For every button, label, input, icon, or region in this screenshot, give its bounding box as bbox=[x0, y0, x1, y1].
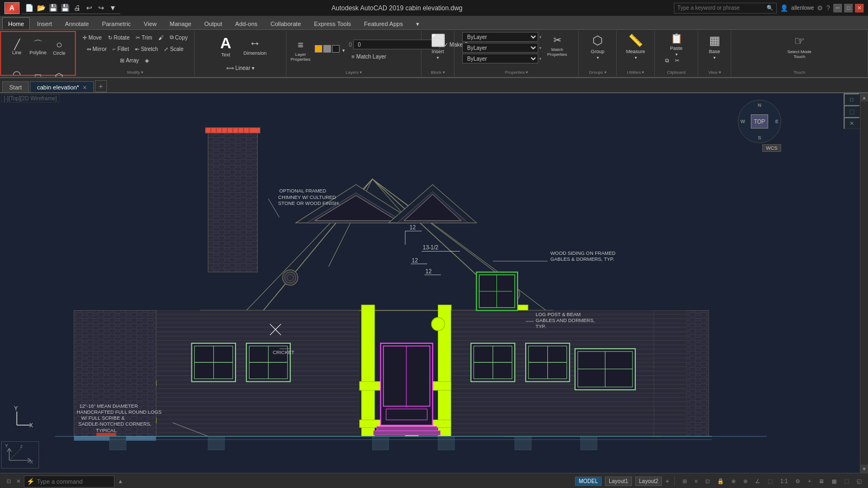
save-button[interactable]: 💾 bbox=[48, 3, 59, 12]
copy-clipboard-button[interactable]: ⧉ bbox=[662, 55, 672, 66]
paste-button[interactable]: 📋 Paste ▾ bbox=[662, 35, 691, 55]
tab-more[interactable]: ▾ bbox=[410, 17, 425, 29]
tab-manage[interactable]: Manage bbox=[164, 17, 197, 29]
layer-properties-button[interactable]: ≡ LayerProperties bbox=[289, 37, 312, 64]
tab-collaborate[interactable]: Collaborate bbox=[265, 17, 307, 29]
tab-addons[interactable]: Add-ons bbox=[229, 17, 264, 29]
print-button[interactable]: 🖨 bbox=[72, 3, 82, 12]
polygon-button[interactable]: ⬡ bbox=[49, 63, 69, 77]
scroll-down-button[interactable]: ▼ bbox=[860, 465, 869, 473]
select-mode-button[interactable]: ☞ Select ModeTouch bbox=[786, 32, 814, 61]
top-view-button[interactable]: TOP bbox=[751, 114, 768, 129]
workspace-button[interactable]: ⬚ bbox=[765, 477, 775, 485]
open-file-button[interactable]: 📂 bbox=[36, 3, 47, 12]
arc-button[interactable]: ◠ Arc bbox=[7, 63, 27, 77]
saveas-button[interactable]: 💾 bbox=[60, 3, 71, 12]
undo-button[interactable]: ↩ bbox=[84, 3, 94, 12]
customize-qa-button[interactable]: ▼ bbox=[107, 3, 118, 12]
right-scrollbar[interactable]: ▲ ▼ bbox=[860, 93, 868, 473]
stretch-button[interactable]: ⇤ Stretch bbox=[132, 43, 161, 54]
cut-button[interactable]: ✂ bbox=[672, 55, 682, 66]
viewport-restore-button[interactable]: ⬚ bbox=[844, 105, 860, 117]
trim-button[interactable]: ✂ Trim bbox=[133, 32, 155, 43]
line-button[interactable]: ╱ Line bbox=[7, 33, 27, 62]
array-button[interactable]: ⊞ Array bbox=[117, 55, 142, 66]
move-button[interactable]: ✛ Move bbox=[80, 32, 104, 43]
add-layout-button[interactable]: + bbox=[665, 478, 669, 485]
bylayer-dropdown-1[interactable]: ByLayer bbox=[462, 32, 538, 42]
layer-color-dropdown[interactable]: ▾ bbox=[341, 45, 347, 56]
tab-view[interactable]: View bbox=[138, 17, 163, 29]
match-layer-button[interactable]: ≡ Match Layer bbox=[349, 51, 389, 62]
tab-start[interactable]: Start bbox=[2, 81, 29, 92]
viewport-maximize-button[interactable]: □ bbox=[844, 93, 860, 105]
copy-button[interactable]: ⧉ Copy bbox=[167, 32, 190, 43]
text-button[interactable]: A Text bbox=[212, 32, 240, 61]
cancel-button[interactable]: ✕ bbox=[14, 477, 23, 485]
tab-output[interactable]: Output bbox=[199, 17, 228, 29]
linear-button[interactable]: ⟺ Linear ▾ bbox=[224, 62, 258, 73]
layout2-tab-button[interactable]: Layout2 bbox=[635, 477, 662, 486]
leader-button[interactable]: ↗ Leader ▾ bbox=[224, 74, 258, 77]
snap-button[interactable]: ⊡ bbox=[4, 477, 13, 485]
bylayer-dropdown-2[interactable]: ByLayer bbox=[462, 43, 538, 53]
lock-button[interactable]: 🔒 bbox=[715, 477, 726, 485]
redo-button[interactable]: ↪ bbox=[95, 3, 106, 12]
drawing-area[interactable]: [-][Top][2D Wireframe] bbox=[0, 93, 868, 473]
layout-view-button[interactable]: ▦ bbox=[829, 477, 839, 485]
measure-button[interactable]: 📏 Measure ▾ bbox=[622, 32, 650, 61]
close-button[interactable]: ✕ bbox=[855, 4, 864, 12]
scale-status-button[interactable]: 1:1 bbox=[778, 477, 790, 485]
add-tab-button[interactable]: + bbox=[95, 80, 107, 92]
new-file-button[interactable]: 📄 bbox=[24, 3, 35, 12]
angle-button[interactable]: ∠ bbox=[753, 477, 762, 485]
color-yellow[interactable] bbox=[315, 45, 322, 53]
insert-button[interactable]: ⬜ Insert ▾ bbox=[424, 32, 452, 61]
dimension-button[interactable]: ↔ Dimension bbox=[241, 32, 269, 61]
rotate-button[interactable]: ↻ Rotate bbox=[105, 32, 132, 43]
tab-cabin-elevation[interactable]: cabin elevation* ✕ bbox=[30, 81, 94, 92]
model-tab-button[interactable]: MODEL bbox=[575, 477, 602, 486]
plus-status-button[interactable]: + bbox=[806, 477, 813, 485]
circle-button[interactable]: ○ Circle bbox=[49, 33, 69, 62]
color-gray[interactable] bbox=[323, 45, 331, 53]
polyline-button[interactable]: ⌒ Polyline bbox=[28, 33, 48, 62]
base-button[interactable]: ▦ Base ▾ bbox=[700, 32, 729, 61]
search-input[interactable] bbox=[678, 5, 764, 11]
tab-insert[interactable]: Insert bbox=[31, 17, 58, 29]
viewport-scale-button[interactable]: ◱ bbox=[854, 477, 864, 485]
mirror-button[interactable]: ⇔ Mirror bbox=[84, 43, 110, 54]
command-input[interactable] bbox=[37, 478, 112, 485]
fillet-button[interactable]: ⌐ Fillet bbox=[110, 43, 132, 54]
group-button[interactable]: ⬡ Group ▾ bbox=[584, 32, 612, 61]
scroll-up-button[interactable]: ▲ bbox=[860, 93, 869, 101]
rectangle-button[interactable]: □ bbox=[28, 63, 48, 77]
layout1-tab-button[interactable]: Layout1 bbox=[605, 477, 632, 486]
wcs-label[interactable]: WCS bbox=[762, 144, 781, 152]
polar-button[interactable]: ⊡ bbox=[703, 477, 712, 485]
snap-mode-button[interactable]: ≡ bbox=[692, 477, 700, 485]
match-properties-button[interactable]: ✂ MatchProperties bbox=[544, 32, 571, 59]
viewport-close-button[interactable]: ✕ bbox=[844, 117, 860, 129]
maximize-button[interactable]: □ bbox=[844, 4, 853, 12]
grid-button[interactable]: ⊞ bbox=[680, 477, 689, 485]
osnap-button[interactable]: ⊗ bbox=[741, 477, 750, 485]
window-button[interactable]: ⬚ bbox=[842, 477, 851, 485]
tab-parametric[interactable]: Parametric bbox=[96, 17, 137, 29]
ortho-button[interactable]: ⊕ bbox=[729, 477, 738, 485]
scale-button[interactable]: ⤢ Scale bbox=[161, 43, 186, 54]
tab-annotate[interactable]: Annotate bbox=[59, 17, 95, 29]
tab-featured[interactable]: Featured Apps bbox=[358, 17, 409, 29]
user-icon: 👤 bbox=[780, 4, 788, 12]
bylayer-dropdown-3[interactable]: ByLayer bbox=[462, 54, 538, 63]
trim-paint-button[interactable]: 🖌 bbox=[156, 32, 167, 43]
minimize-button[interactable]: ─ bbox=[833, 4, 842, 12]
settings-status-button[interactable]: ⚙ bbox=[793, 477, 802, 485]
display-button[interactable]: 🖥 bbox=[816, 477, 826, 485]
tab-express[interactable]: Express Tools bbox=[308, 17, 357, 29]
erase-button[interactable]: ◈ bbox=[142, 55, 153, 66]
expand-command-button[interactable]: ▲ bbox=[116, 477, 125, 485]
tab-close-button[interactable]: ✕ bbox=[82, 85, 87, 91]
tab-home[interactable]: Home bbox=[2, 17, 30, 29]
color-black[interactable] bbox=[332, 45, 340, 53]
